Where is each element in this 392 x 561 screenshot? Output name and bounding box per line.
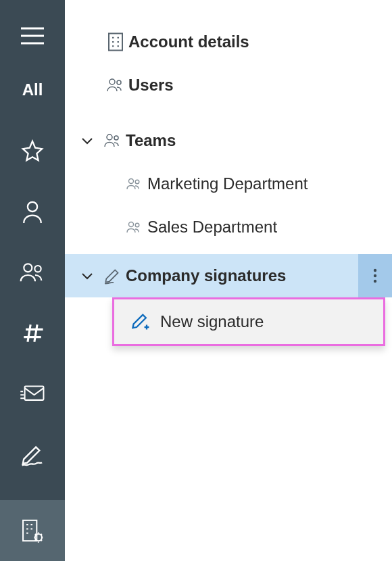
svg-point-14 (135, 223, 139, 227)
users-icon (19, 261, 46, 284)
sidebar-item-company-settings[interactable] (0, 500, 65, 561)
svg-point-13 (129, 222, 134, 227)
new-signature-button[interactable]: New signature (112, 297, 385, 346)
users-group-icon (103, 76, 128, 94)
tree-label-users: Users (128, 76, 174, 95)
sidebar-rail: All (0, 0, 65, 561)
sidebar-item-mail[interactable] (0, 364, 65, 424)
sidebar-item-team[interactable] (0, 242, 65, 303)
svg-point-12 (135, 180, 139, 184)
svg-point-1 (24, 264, 32, 272)
chevron-down-icon (74, 137, 100, 145)
building-gear-icon (20, 518, 45, 543)
team-child-icon (122, 176, 147, 191)
tree-label-teams: Teams (126, 131, 176, 150)
signature-icon (100, 267, 126, 285)
svg-point-8 (117, 80, 121, 84)
svg-point-5 (35, 534, 42, 541)
svg-point-2 (34, 266, 41, 272)
new-signature-icon (126, 312, 156, 332)
svg-point-15 (374, 269, 376, 272)
building-icon (103, 32, 128, 52)
sidebar-item-favorites[interactable] (0, 120, 65, 181)
svg-point-11 (129, 179, 134, 184)
hamburger-menu-button[interactable] (0, 12, 65, 59)
svg-point-9 (107, 135, 112, 140)
svg-rect-3 (25, 387, 44, 400)
sidebar-item-user[interactable] (0, 181, 65, 242)
kebab-icon (373, 268, 377, 284)
tree-item-users[interactable]: Users (65, 64, 392, 107)
tree-label-marketing: Marketing Department (147, 174, 308, 193)
svg-point-16 (374, 274, 376, 277)
star-icon (21, 139, 44, 162)
svg-point-7 (109, 79, 115, 84)
tree-item-account-details[interactable]: Account details (65, 20, 392, 64)
pen-signature-icon (20, 443, 45, 466)
sidebar-all-label: All (22, 80, 43, 99)
tree-label-company-signatures: Company signatures (126, 266, 286, 285)
sidebar-item-all[interactable]: All (0, 59, 65, 120)
sidebar-item-signatures[interactable] (0, 424, 65, 485)
tree-item-teams[interactable]: Teams (65, 119, 392, 162)
tree-item-company-signatures[interactable]: Company signatures (65, 254, 392, 297)
svg-point-10 (114, 136, 118, 140)
chevron-down-icon (74, 272, 100, 280)
tree-item-sales[interactable]: Sales Department (65, 205, 392, 249)
team-icon (100, 132, 126, 149)
tree-item-marketing[interactable]: Marketing Department (65, 162, 392, 205)
sidebar-item-channels[interactable] (0, 303, 65, 364)
hamburger-icon (21, 27, 44, 45)
mail-send-icon (20, 384, 45, 404)
tree-label-account-details: Account details (128, 32, 249, 51)
team-child-icon (122, 220, 147, 235)
hash-icon (21, 322, 44, 345)
kebab-menu-button[interactable] (358, 254, 392, 297)
new-signature-label: New signature (160, 312, 264, 331)
user-icon (21, 199, 44, 224)
tree-label-sales: Sales Department (147, 218, 277, 237)
svg-point-0 (28, 202, 37, 212)
svg-point-17 (374, 280, 376, 283)
svg-rect-6 (109, 34, 122, 51)
tree-panel: Account details Users Teams Marketing De… (65, 0, 392, 561)
